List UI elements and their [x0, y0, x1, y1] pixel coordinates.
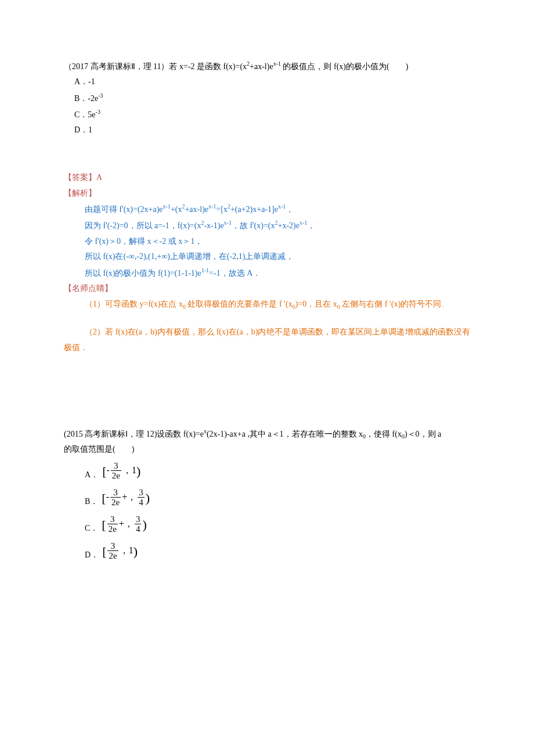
opt-d-math: [ 3 2e ， 1 )	[102, 541, 138, 561]
q2-option-b: B． [ - 3 2e +， 3 4 )	[64, 484, 470, 511]
q2-d: )＜0，则 a	[405, 429, 441, 438]
fraction: 3 2e	[107, 514, 118, 534]
opt-letter-c: C．	[85, 521, 98, 537]
left-bracket-icon: [	[102, 545, 106, 558]
q2-a: (2015 高考新课标Ⅰ，理 12)设函数 f(x)=e	[64, 429, 204, 438]
q2-b: (2x-1)-ax+a ,其中 a＜1，若存在唯一的整数 x	[207, 429, 363, 438]
q1-option-a: A．-1	[64, 74, 470, 90]
q2-option-d: D． [ 3 2e ， 1 )	[64, 538, 470, 564]
dj1-c: )=0，且在 x	[295, 300, 337, 308]
fraction: 3 4	[135, 514, 142, 534]
sup-x-1: x-1	[273, 60, 281, 67]
jx2-b: -x-1)e	[204, 221, 223, 230]
q1-stem-part3: 的极值点，则 f(x)的极小值为( )	[281, 62, 408, 71]
right-paren-icon: )	[142, 519, 146, 531]
jiexi-line3: 令 f'(x)＞0，解得 x＜-2 或 x＞1，	[64, 234, 470, 250]
frac-den: 4	[138, 497, 145, 507]
frac-num: 3	[112, 488, 119, 498]
minus-sign: -	[106, 488, 109, 506]
opt-c-math: [ 3 2e +， 3 4 )	[102, 514, 146, 534]
comma: ，	[122, 462, 132, 479]
jx1-s3: x-1	[208, 203, 216, 210]
left-bracket-icon: [	[102, 492, 106, 505]
q1-option-d: D．1	[64, 123, 470, 138]
jx1-d: =[x	[216, 205, 228, 214]
jiexi-line2: 因为 f'(-2)=0，所以 a=-1，f(x)=(x2-x-1)ex-1，故 …	[64, 217, 470, 233]
dj1-d: 左侧与右侧 f ′(x)的符号不同	[340, 300, 442, 308]
frac-den: 2e	[107, 550, 118, 561]
jiexi-line4: 所以 f(x)在(-∞,-2),(1,+∞)上单调递增，在(-2,1)上单调递减…	[64, 249, 470, 265]
spacer	[64, 356, 470, 426]
left-bracket-icon: [	[102, 465, 106, 478]
jx1-f: ，	[286, 205, 294, 214]
jx5-b: =-1，故选 A．	[209, 268, 261, 277]
dianjing-label: 【名师点睛】	[64, 281, 470, 297]
q1-stem-part2: +ax-l)e	[250, 62, 273, 71]
spacer	[64, 138, 470, 170]
frac-den: 2e	[110, 497, 121, 507]
q2-stem: (2015 高考新课标Ⅰ，理 12)设函数 f(x)=ex(2x-1)-ax+a…	[64, 426, 470, 442]
jx1-s5: x-1	[278, 203, 286, 210]
frac-den: 2e	[107, 524, 118, 534]
frac-den: 2e	[111, 470, 121, 481]
jx2-s2: x-1	[224, 219, 232, 226]
dj1-b: 处取得极值的充要条件是 f ′(x	[186, 300, 293, 308]
fraction: 3 2e	[111, 461, 121, 481]
jx2-s4: x-1	[300, 219, 307, 226]
frac-num: 3	[110, 541, 117, 551]
q2-option-a: A． [ - 3 2e ， 1 )	[64, 458, 470, 484]
frac-den: 4	[135, 524, 142, 534]
q1-opt-c-text: C．5e	[74, 110, 96, 119]
jiexi-label: 【解析】	[64, 186, 470, 201]
jx1-a: 由题可得 f'(x)=(2x+a)e	[85, 205, 163, 214]
q1-opt-b-sup: -3	[98, 92, 103, 99]
answer-label: 【答案】A	[64, 170, 470, 186]
jx5-a: 所以 f(x)的极小值为 f(1)=(1-1-1)e	[85, 268, 201, 277]
jx2-a: 因为 f'(-2)=0，所以 a=-1，f(x)=(x	[85, 221, 201, 230]
frac-num: 3	[109, 514, 116, 524]
jx2-e: ，	[307, 221, 315, 230]
q2-stem-line2: 的取值范围是( )	[64, 442, 470, 458]
jiexi-line1: 由题可得 f'(x)=(2x+a)ex-1+(x2+ax-l)ex-1=[x2+…	[64, 201, 470, 217]
jx5-s1: 1-1	[201, 267, 209, 273]
dianjing-line2: （2）若 f(x)在(a，b)内有极值，那么 f(x)在(a，b)内绝不是单调函…	[64, 325, 470, 355]
q1-opt-c-sup: -3	[96, 109, 100, 115]
dianjing-line1: （1）可导函数 y=f(x)在点 x0 处取得极值的充要条件是 f ′(x0)=…	[64, 297, 470, 312]
spacer	[64, 312, 470, 325]
right-paren-icon: )	[134, 545, 138, 558]
q2-c: ，使得 f(x	[366, 429, 402, 438]
frac-num: 3	[113, 461, 120, 471]
jiexi-line5: 所以 f(x)的极小值为 f(1)=(1-1-1)e1-1=-1，故选 A．	[64, 265, 470, 281]
fraction: 3 2e	[110, 488, 121, 507]
jx1-c: +ax-l)e	[185, 205, 208, 214]
dj2-text: （2）若 f(x)在(a，b)内有极值，那么 f(x)在(a，b)内绝不是单调函…	[64, 327, 470, 352]
right-paren-icon: )	[146, 492, 150, 505]
jx1-b: +(x	[171, 205, 182, 214]
fraction: 3 2e	[107, 541, 118, 561]
q1-opt-b-text: B．-2e	[74, 94, 98, 103]
opt-letter-a: A．	[85, 467, 99, 483]
opt-letter-b: B．	[85, 494, 98, 510]
fraction: 3 4	[138, 488, 145, 507]
dj1-a: （1）可导函数 y=f(x)在点 x	[85, 300, 183, 308]
left-bracket-icon: [	[102, 519, 106, 531]
jx2-c: ，故 f'(x)=(x	[232, 221, 275, 230]
document-page: （2017 高考新课标Ⅱ，理 11）若 x=-2 是函数 f(x)=(x2+ax…	[0, 0, 534, 622]
one: 1	[132, 462, 136, 479]
jx1-s1: x-1	[163, 203, 171, 210]
frac-num: 3	[138, 488, 145, 498]
comma: ，	[120, 542, 129, 559]
plus-comma: +，	[122, 488, 136, 506]
plus-comma: +，	[119, 515, 134, 532]
frac-num: 3	[135, 514, 142, 524]
q1-option-b: B．-2e-3	[64, 90, 470, 106]
opt-letter-d: D．	[85, 548, 99, 563]
minus-sign: -	[106, 462, 109, 479]
q2-option-c: C． [ 3 2e +， 3 4 )	[64, 511, 470, 538]
q1-stem-part1: （2017 高考新课标Ⅱ，理 11）若 x=-2 是函数 f(x)=(x	[64, 62, 247, 71]
jx2-d: +x-2)e	[278, 221, 300, 230]
opt-a-math: [ - 3 2e ， 1 )	[102, 461, 140, 481]
one: 1	[129, 542, 134, 559]
dj1-e: 。	[441, 300, 449, 308]
opt-b-math: [ - 3 2e +， 3 4 )	[102, 488, 150, 507]
